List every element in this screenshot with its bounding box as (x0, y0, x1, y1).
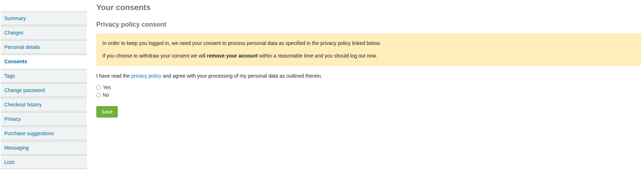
page-title: Your consents (96, 3, 641, 12)
sidebar-item-summary[interactable]: Summary (1, 12, 87, 25)
section-title: Privacy policy consent (96, 21, 641, 28)
radio-yes[interactable] (96, 85, 101, 90)
sidebar-item-privacy[interactable]: Privacy (1, 112, 87, 126)
consent-radio-group: Yes No (96, 84, 641, 99)
sidebar-item-messaging[interactable]: Messaging (1, 141, 87, 155)
sidebar-item-consents[interactable]: Consents (1, 55, 87, 68)
sidebar-item-change-password[interactable]: Change password (1, 83, 87, 97)
radio-no-label: No (103, 91, 109, 99)
save-button[interactable]: Save (96, 106, 118, 118)
sidebar: Summary Charges Personal details Consent… (0, 0, 88, 170)
consent-alert: In order to keep you logged in, we need … (96, 33, 641, 66)
sidebar-item-purchase-suggestions[interactable]: Purchase suggestions (1, 127, 87, 140)
main-content: Your consents Privacy policy consent In … (88, 0, 644, 170)
radio-no-row[interactable]: No (96, 91, 641, 99)
sidebar-item-charges[interactable]: Charges (1, 26, 87, 40)
alert-line-1: In order to keep you logged in, we need … (102, 40, 635, 47)
sidebar-item-tags[interactable]: Tags (1, 69, 87, 83)
consent-statement: I have read the privacy policy and agree… (96, 73, 641, 79)
privacy-policy-link[interactable]: privacy policy (131, 73, 161, 79)
sidebar-item-personal-details[interactable]: Personal details (1, 40, 87, 54)
alert-line-2: If you choose to withdraw your consent w… (102, 52, 635, 60)
radio-yes-label: Yes (103, 84, 111, 91)
radio-yes-row[interactable]: Yes (96, 84, 641, 91)
sidebar-item-lists[interactable]: Lists (1, 155, 87, 169)
radio-no[interactable] (96, 93, 101, 97)
sidebar-item-checkout-history[interactable]: Checkout history (1, 98, 87, 111)
